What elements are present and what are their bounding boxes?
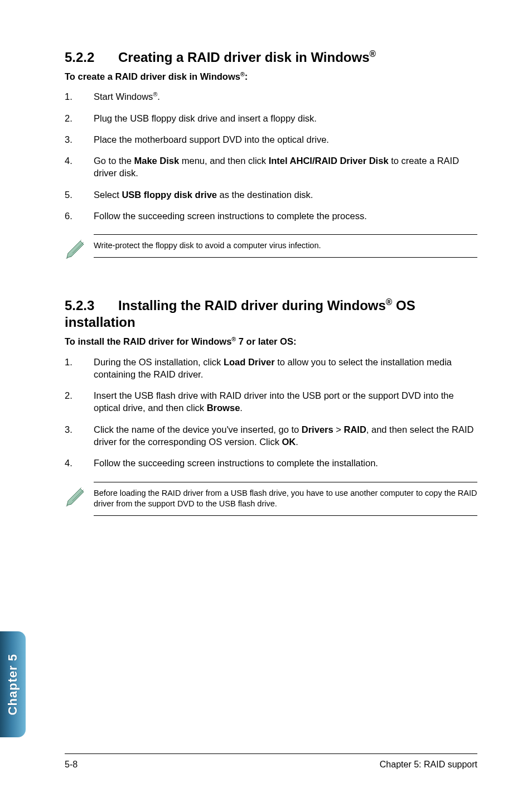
pencil-icon [65, 234, 94, 262]
chapter-side-label: Chapter 5 [4, 654, 21, 715]
step-text: Follow the succeeding screen instruction… [94, 210, 477, 222]
step-number: 2. [65, 112, 94, 124]
step-item: 3.Click the name of the device you've in… [65, 423, 477, 448]
step-number: 1. [65, 356, 94, 381]
subheading-523: To install the RAID driver for Windows® … [65, 335, 477, 347]
registered-mark: ® [386, 297, 393, 307]
step-number: 6. [65, 210, 94, 222]
footer-chapter-title: Chapter 5: RAID support [380, 758, 477, 771]
section-heading-523: 5.2.3Installing the RAID driver during W… [65, 297, 477, 331]
step-text: Plug the USB floppy disk drive and inser… [94, 112, 477, 124]
page-footer: 5-8 Chapter 5: RAID support [65, 753, 477, 771]
pencil-icon [65, 482, 94, 509]
step-text: Select USB floppy disk drive as the dest… [94, 189, 477, 201]
note-text: Before loading the RAID driver from a US… [94, 482, 477, 516]
section-title-text: Creating a RAID driver disk in Windows [118, 50, 370, 65]
step-number: 5. [65, 189, 94, 201]
svg-marker-0 [67, 241, 84, 258]
section-number: 5.2.2 [65, 49, 118, 66]
page-number: 5-8 [65, 758, 78, 771]
step-item: 4.Follow the succeeding screen instructi… [65, 457, 477, 469]
step-number: 1. [65, 90, 94, 103]
step-text: Click the name of the device you've inse… [94, 423, 477, 448]
note-text: Write-protect the floppy disk to avoid a… [94, 234, 477, 258]
step-text: Go to the Make Disk menu, and then click… [94, 154, 477, 180]
step-number: 4. [65, 154, 94, 180]
step-number: 3. [65, 133, 94, 146]
step-item: 3.Place the motherboard support DVD into… [65, 133, 477, 146]
step-item: 6.Follow the succeeding screen instructi… [65, 210, 477, 222]
note-block-523: Before loading the RAID driver from a US… [65, 482, 477, 516]
step-text: Place the motherboard support DVD into t… [94, 133, 477, 146]
step-item: 1.During the OS installation, click Load… [65, 356, 477, 381]
section-title-text: Installing the RAID driver during Window… [118, 298, 386, 313]
step-item: 2.Plug the USB floppy disk drive and ins… [65, 112, 477, 124]
registered-mark: ® [370, 49, 376, 59]
step-item: 4.Go to the Make Disk menu, and then cli… [65, 154, 477, 180]
step-number: 4. [65, 457, 94, 469]
steps-list-522: 1.Start Windows®.2.Plug the USB floppy d… [65, 90, 477, 222]
steps-list-523: 1.During the OS installation, click Load… [65, 356, 477, 470]
step-item: 1.Start Windows®. [65, 90, 477, 103]
section-heading-522: 5.2.2Creating a RAID driver disk in Wind… [65, 49, 477, 66]
step-text: During the OS installation, click Load D… [94, 356, 477, 381]
subheading-522: To create a RAID driver disk in Windows®… [65, 70, 477, 83]
note-block-522: Write-protect the floppy disk to avoid a… [65, 234, 477, 262]
step-number: 3. [65, 423, 94, 448]
chapter-side-tab: Chapter 5 [0, 631, 26, 737]
step-item: 2.Insert the USB flash drive with RAID d… [65, 389, 477, 414]
step-text: Follow the succeeding screen instruction… [94, 457, 477, 469]
step-item: 5.Select USB floppy disk drive as the de… [65, 189, 477, 201]
step-text: Insert the USB flash drive with RAID dri… [94, 389, 477, 414]
step-number: 2. [65, 389, 94, 414]
svg-marker-3 [67, 489, 84, 505]
section-number: 5.2.3 [65, 297, 118, 314]
step-text: Start Windows®. [94, 90, 477, 103]
